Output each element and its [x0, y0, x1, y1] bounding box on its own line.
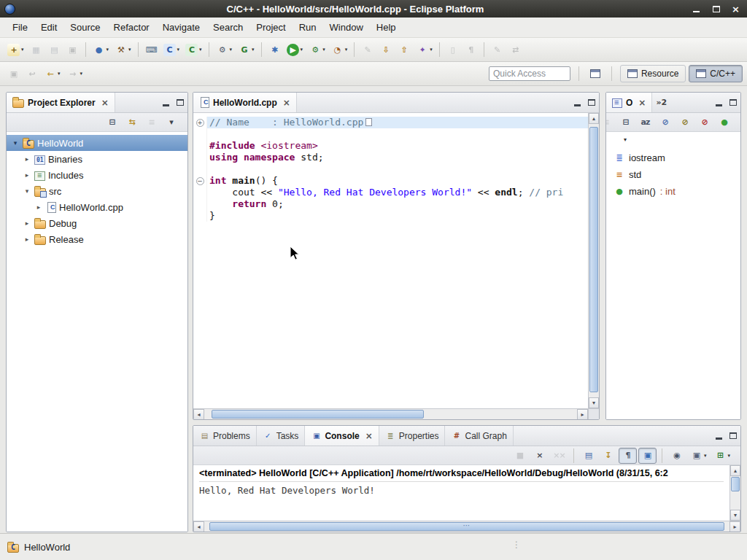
dropdown-arrow-icon[interactable]: ▾ [230, 47, 233, 52]
minimize-view-icon[interactable] [158, 93, 173, 112]
scroll-up-icon[interactable]: ▴ [730, 465, 740, 476]
outline-item-main[interactable]: ●main() : int [614, 183, 740, 200]
menu-file[interactable]: File [6, 19, 34, 36]
scroll-lock-button[interactable]: ↧ [599, 448, 617, 464]
export-button[interactable]: ⇧ [395, 41, 413, 58]
menu-refactor[interactable]: Refactor [107, 19, 156, 36]
expand-fold-icon[interactable]: + [196, 119, 204, 127]
profile-button[interactable]: ⚙▾ [306, 41, 328, 58]
scroll-down-icon[interactable]: ▾ [589, 397, 599, 408]
scroll-track[interactable] [589, 124, 599, 397]
menu-project[interactable]: Project [249, 19, 292, 36]
expand-arrow-icon[interactable]: ▾ [23, 187, 31, 195]
expand-arrow-icon[interactable]: ▾ [11, 139, 20, 147]
build-button[interactable]: ⚒▾ [112, 41, 134, 58]
view-menu-button[interactable]: ▾ [162, 114, 180, 131]
display-console-button[interactable]: ▣▾ [687, 448, 710, 464]
code-editor[interactable]: +// Name : HelloWorld.cpp#include <iostr… [193, 113, 588, 408]
perspective-c-c[interactable]: C/C++ [689, 65, 743, 82]
hide-non-public-button[interactable]: ⊘ [695, 114, 713, 131]
pin-console-button[interactable]: ◉ [667, 448, 686, 464]
minimize-icon[interactable] [691, 4, 702, 15]
dropdown-arrow-icon[interactable]: ▾ [704, 453, 707, 459]
close-icon[interactable]: × [101, 98, 109, 108]
menu-search[interactable]: Search [206, 19, 249, 36]
maximize-view-icon[interactable] [584, 93, 599, 112]
new-button[interactable]: +▾ [4, 41, 27, 58]
scroll-track[interactable] [730, 476, 740, 510]
dropdown-arrow-icon[interactable]: ▾ [430, 47, 433, 52]
dropdown-arrow-icon[interactable]: ▾ [80, 71, 83, 77]
dropdown-arrow-icon[interactable]: ▾ [252, 47, 255, 52]
project-tree[interactable]: ▾HelloWorld▸Binaries▸Includes▾src▸HelloW… [7, 132, 187, 532]
import-button[interactable]: ⇩ [376, 41, 395, 58]
tab-outline[interactable]: O × [606, 93, 652, 112]
dropdown-arrow-icon[interactable]: ▾ [21, 47, 24, 52]
console-output-area[interactable]: <terminated> HelloWorld [C/C++ Applicati… [193, 465, 729, 521]
expand-arrow-icon[interactable]: ▸ [23, 171, 31, 179]
scroll-down-icon[interactable]: ▾ [730, 510, 740, 521]
tab-project-explorer[interactable]: Project Explorer × [7, 93, 115, 112]
menu-help[interactable]: Help [370, 19, 403, 36]
dropdown-arrow-icon[interactable]: ▾ [128, 47, 131, 52]
coverage-button[interactable]: G▾ [235, 41, 258, 58]
sash-grip-icon[interactable]: ⋮ [512, 540, 521, 550]
word-wrap-button[interactable]: ¶ [619, 448, 637, 464]
outline-list[interactable]: ≣iostream≡std●main() : int [606, 147, 740, 419]
tree-item-includes[interactable]: ▸Includes [7, 167, 187, 183]
dropdown-arrow-icon[interactable]: ▾ [177, 47, 180, 52]
tree-item-helloworld[interactable]: ▾HelloWorld [7, 135, 187, 151]
tree-item-binaries[interactable]: ▸Binaries [7, 151, 187, 167]
tree-item-debug[interactable]: ▸Debug [7, 215, 187, 231]
outline-item-iostream[interactable]: ≣iostream [614, 149, 740, 166]
expand-arrow-icon[interactable]: ▸ [23, 219, 31, 227]
sort-button[interactable]: az [636, 114, 654, 131]
scroll-up-icon[interactable]: ▴ [589, 113, 599, 124]
expand-arrow-icon[interactable]: ▸ [23, 236, 31, 243]
tab-call-graph[interactable]: #Call Graph [445, 426, 513, 446]
maximize-icon[interactable] [711, 4, 721, 15]
scroll-right-icon[interactable]: ▸ [577, 409, 588, 420]
perspective-resource[interactable]: Resource [620, 65, 686, 82]
new-cpp-project-button[interactable]: C▾ [160, 41, 183, 58]
tab-console[interactable]: ▣Console× [305, 426, 379, 446]
new-cpp-class-button[interactable]: C▾ [182, 41, 205, 58]
folded-region-indicator[interactable] [365, 118, 372, 126]
remove-launch-button[interactable]: × [530, 448, 549, 464]
tab-helloworld-cpp[interactable]: HelloWorld.cpp × [193, 93, 297, 112]
expand-arrow-icon[interactable]: ▸ [34, 203, 43, 211]
search-wizard-button[interactable]: ✦▾ [413, 41, 436, 58]
minimize-view-icon[interactable] [711, 426, 726, 446]
debug-button[interactable]: ✱ [266, 41, 284, 58]
tree-item-helloworld-cpp[interactable]: ▸HelloWorld.cpp [7, 199, 187, 215]
expand-arrow-icon[interactable]: ▸ [23, 155, 31, 163]
tab-properties[interactable]: ≣Properties [379, 426, 446, 446]
quick-access-input[interactable] [489, 66, 570, 81]
debug-attach-button[interactable]: ●▾ [90, 41, 112, 58]
dropdown-arrow-icon[interactable]: ▾ [58, 71, 61, 77]
tree-item-release[interactable]: ▸Release [7, 231, 187, 247]
menu-window[interactable]: Window [323, 19, 370, 36]
link-green-button[interactable]: ● [715, 114, 733, 131]
open-perspective-button[interactable] [587, 65, 603, 82]
scroll-left-icon[interactable]: ◂ [193, 409, 204, 420]
close-icon[interactable]: × [638, 98, 646, 108]
link-editor-button[interactable]: ⇆ [123, 114, 141, 131]
close-icon[interactable]: × [365, 431, 373, 441]
dropdown-arrow-icon[interactable]: ▾ [199, 47, 202, 52]
scroll-track[interactable] [204, 521, 729, 532]
scroll-thumb[interactable] [589, 127, 598, 392]
collapse-all-button[interactable]: ⊟ [103, 114, 121, 131]
hide-fields-button[interactable]: ⊘ [656, 114, 674, 131]
new-console-button[interactable]: ⌨ [142, 41, 160, 58]
scroll-right-icon[interactable]: ▸ [729, 521, 740, 532]
menu-navigate[interactable]: Navigate [156, 19, 206, 36]
external-tools-button[interactable]: ⚙▾ [213, 41, 236, 58]
maximize-view-icon[interactable] [173, 93, 187, 112]
scroll-track[interactable] [204, 409, 577, 419]
menu-run[interactable]: Run [293, 19, 323, 36]
maximize-view-icon[interactable] [726, 93, 740, 112]
run-button[interactable]: ▶▾ [284, 41, 306, 58]
hide-static-button[interactable]: ⊘ [676, 114, 694, 131]
scroll-thumb[interactable] [212, 410, 424, 419]
